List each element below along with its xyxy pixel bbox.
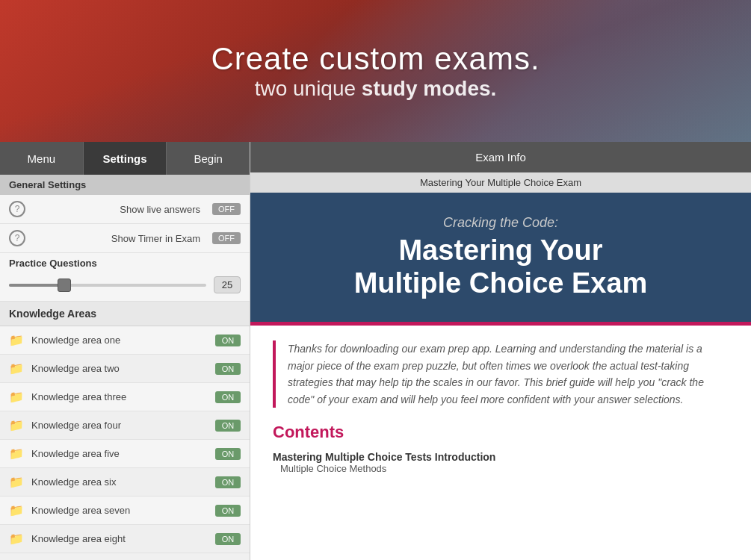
exam-info-bar: Exam Info [250, 142, 751, 172]
settings-tab[interactable]: Settings [84, 142, 167, 175]
ka-row: 📁 Knowledge area four ON [0, 411, 250, 440]
ka-name: Knowledge area four [31, 420, 208, 431]
ka-row: 📁 Knowledge area two ON [0, 355, 250, 383]
show-live-answers-row: ? Show live answers OFF [0, 195, 250, 224]
exam-subtitle-bar: Mastering Your Multiple Choice Exam [250, 172, 751, 193]
ka-toggle[interactable]: ON [215, 335, 241, 346]
slider-thumb[interactable] [58, 279, 71, 292]
exam-body: Thanks for downloading our exam prep app… [250, 326, 751, 560]
exam-hero-title: Mastering YourMultiple Choice Exam [280, 234, 721, 299]
show-live-answers-toggle[interactable]: OFF [212, 203, 241, 215]
ka-name: Knowledge area seven [31, 505, 208, 516]
ka-name: Knowledge area eight [31, 533, 208, 544]
ka-toggle[interactable]: ON [215, 391, 241, 403]
ka-name: Knowledge area five [31, 448, 208, 459]
folder-icon: 📁 [9, 532, 24, 546]
begin-tab[interactable]: Begin [167, 142, 250, 175]
general-settings-label: General Settings [0, 175, 250, 195]
banner-line1: Create custom exams. [211, 41, 540, 77]
show-timer-toggle[interactable]: OFF [212, 232, 241, 244]
knowledge-areas-header: Knowledge Areas [0, 302, 250, 326]
ka-row: 📁 Knowledge area six ON [0, 468, 250, 497]
banner-line2-bold: study modes. [362, 77, 496, 100]
banner-line2-plain: two unique [255, 77, 362, 100]
main-area: Menu Settings Begin General Settings ? S… [0, 142, 751, 560]
ka-toggle[interactable]: ON [215, 533, 241, 545]
ka-name: Knowledge area six [31, 476, 208, 488]
folder-icon: 📁 [9, 418, 24, 432]
ka-toggle[interactable]: ON [215, 448, 241, 460]
menu-tab[interactable]: Menu [0, 142, 84, 175]
folder-icon: 📁 [9, 390, 24, 404]
contents-item-main: Mastering Multiple Choice Tests Introduc… [273, 451, 729, 463]
ka-row: 📁 Knowledge area five ON [0, 440, 250, 468]
ka-toggle[interactable]: ON [215, 476, 241, 488]
folder-icon: 📁 [9, 361, 24, 376]
show-live-answers-label: Show live answers [31, 204, 206, 215]
ka-toggle[interactable]: ON [215, 363, 241, 375]
ka-row: 📁 Knowledge area three ON [0, 383, 250, 411]
top-banner: Create custom exams. two unique study mo… [0, 0, 751, 142]
ka-row: 📁 Knowledge area one ON [0, 326, 250, 355]
help-icon-timer[interactable]: ? [9, 230, 25, 246]
practice-questions-label: Practice Questions [0, 253, 250, 272]
folder-icon: 📁 [9, 503, 24, 517]
ka-row: 📁 Knowledge area eight ON [0, 525, 250, 553]
nav-tabs: Menu Settings Begin [0, 142, 250, 175]
show-timer-label: Show Timer in Exam [31, 233, 206, 244]
left-panel: Menu Settings Begin General Settings ? S… [0, 142, 250, 560]
folder-icon: 📁 [9, 447, 24, 461]
exam-hero-sub: Cracking the Code: [280, 215, 721, 231]
folder-icon: 📁 [9, 333, 24, 347]
exam-hero: Cracking the Code: Mastering YourMultipl… [250, 193, 751, 322]
exam-body-text: Thanks for downloading our exam prep app… [273, 340, 729, 408]
ka-name: Knowledge area three [31, 391, 208, 402]
slider-track[interactable] [9, 284, 206, 287]
show-timer-row: ? Show Timer in Exam OFF [0, 224, 250, 253]
ka-row: 📁 Knowledge area seven ON [0, 497, 250, 525]
banner-line2: two unique study modes. [255, 77, 497, 101]
knowledge-areas-list: 📁 Knowledge area one ON 📁 Knowledge area… [0, 326, 250, 553]
practice-questions-slider-row: 25 [0, 272, 250, 302]
ka-name: Knowledge area one [31, 335, 208, 346]
help-icon-live-answers[interactable]: ? [9, 201, 25, 217]
practice-questions-value: 25 [214, 276, 241, 293]
right-panel: Exam Info Mastering Your Multiple Choice… [250, 142, 751, 560]
ka-toggle[interactable]: ON [215, 505, 241, 517]
contents-item-sub: Multiple Choice Methods [273, 463, 729, 474]
folder-icon: 📁 [9, 475, 24, 489]
ka-name: Knowledge area two [31, 363, 208, 374]
contents-heading: Contents [273, 423, 729, 442]
ka-toggle[interactable]: ON [215, 420, 241, 432]
